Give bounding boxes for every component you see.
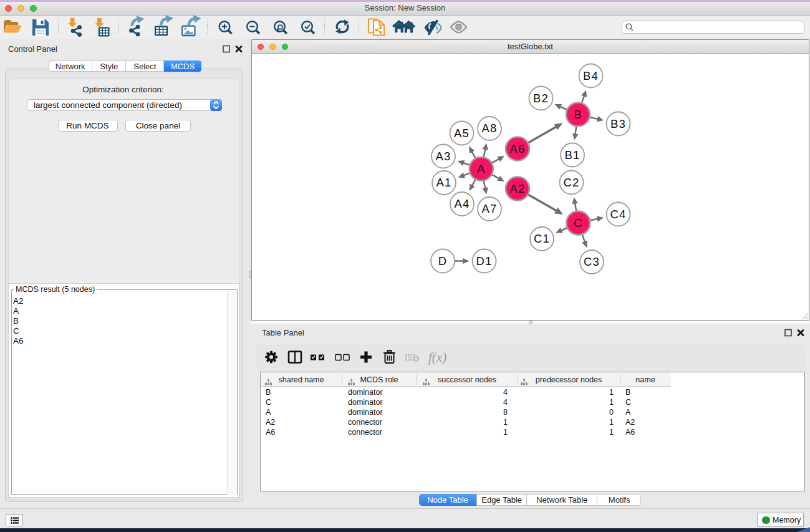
svg-text:f(x): f(x) — [428, 350, 446, 365]
svg-text:A7: A7 — [481, 202, 497, 215]
svg-text:C: C — [574, 216, 583, 229]
svg-text:A2: A2 — [509, 181, 525, 195]
svg-text:A3: A3 — [435, 149, 451, 162]
svg-text:B2: B2 — [533, 91, 549, 104]
svg-text:A: A — [477, 162, 486, 175]
svg-text:C2: C2 — [563, 175, 579, 188]
svg-text:D1: D1 — [476, 254, 492, 267]
svg-text:A8: A8 — [481, 122, 497, 135]
svg-text:A6: A6 — [509, 142, 525, 155]
svg-text:C4: C4 — [610, 207, 626, 220]
svg-text:B1: B1 — [564, 148, 580, 161]
svg-text:A5: A5 — [454, 126, 470, 139]
svg-text:C3: C3 — [584, 255, 600, 268]
svg-text:B4: B4 — [583, 69, 599, 82]
svg-text:A4: A4 — [454, 197, 470, 210]
svg-text:A1: A1 — [436, 176, 451, 189]
svg-text:C1: C1 — [534, 232, 550, 245]
svg-text:B3: B3 — [610, 117, 626, 130]
svg-text:B: B — [574, 107, 582, 120]
svg-text:D: D — [438, 254, 448, 267]
